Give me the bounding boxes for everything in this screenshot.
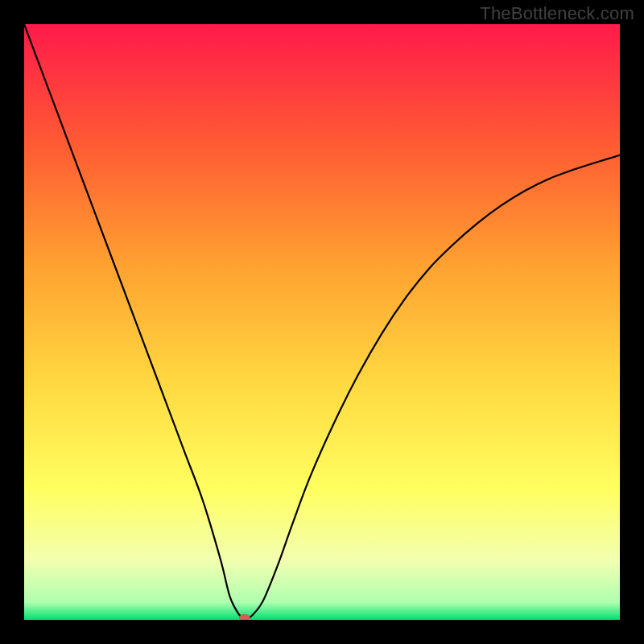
plot-area <box>24 24 620 620</box>
chart-svg <box>24 24 620 620</box>
watermark-text: TheBottleneck.com <box>480 3 634 24</box>
chart-container: TheBottleneck.com <box>0 0 644 644</box>
gradient-background <box>24 24 620 620</box>
